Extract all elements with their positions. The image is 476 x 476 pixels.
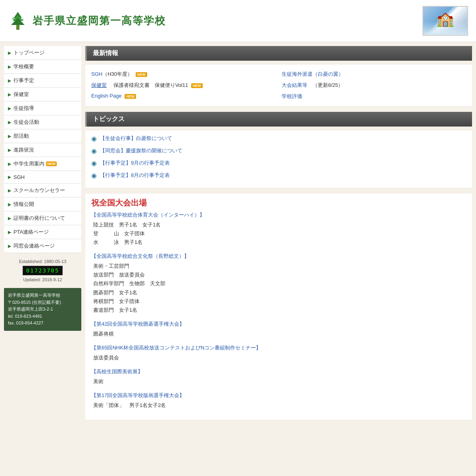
- news-right-col: 生徒海外派遣（白菱の翼） 大会結果等 （更新8/25） 学校評価: [282, 69, 466, 102]
- sidebar-item-schedule[interactable]: ▶行事予定: [4, 74, 81, 88]
- competition-detail-nhk: 放送委員会: [91, 353, 466, 362]
- sidebar-label-pta: PTA連絡ページ: [13, 228, 49, 236]
- sgh-link[interactable]: SGH: [91, 71, 102, 77]
- address-city: 岩手県盛岡市上田3-2-1: [8, 306, 77, 313]
- sidebar-label-counselor: スクールカウンセラー: [13, 187, 65, 194]
- news-english: English Page NEW: [91, 91, 276, 101]
- sidebar-item-certificate[interactable]: ▶証明書の発行について: [4, 211, 81, 225]
- sgh-new-badge: NEW: [136, 72, 147, 77]
- main-layout: ▶トップページ▶学校概要▶行事予定▶保健室▶生徒指導▶生徒会活動▶部活動▶進路状…: [0, 42, 476, 424]
- sidebar-label-activities: 生徒会活動: [13, 119, 39, 126]
- sidebar-label-alumni: 同窓会連絡ページ: [13, 242, 55, 250]
- sidebar-label-infirmary: 保健室: [13, 91, 29, 98]
- address-tel: tel. 019-623-4491: [8, 313, 77, 320]
- svg-point-4: [12, 17, 15, 20]
- topic-item-topic2: ◉【同窓会】慶援旗祭の開催について: [91, 145, 466, 157]
- news-left-col: SGH（H30年度） NEW 保健室 保護者様宛文書 保健便りVol11 NEW…: [91, 69, 276, 102]
- sidebar-label-certificate: 証明書の発行について: [13, 215, 65, 222]
- sidebar-label-sgh: SGH: [13, 174, 25, 180]
- sidebar-info: Established: 1880-05-13 01723705 Updated…: [4, 259, 81, 282]
- sidebar-label-career: 進路状況: [13, 146, 34, 154]
- topic-link-topic4[interactable]: 【行事予定】8月の行事予定表: [100, 172, 170, 179]
- main-content: 最新情報 SGH（H30年度） NEW 保健室 保護者様宛文書 保健便りVol1…: [85, 46, 472, 420]
- sidebar-item-junior[interactable]: ▶中学生用案内NEW: [4, 157, 81, 171]
- sidebar-arrow-infirmary: ▶: [8, 92, 11, 97]
- national-section: 祝全国大会出場 【全国高等学校総合体育大会（インターハイ）】陸上競技 男子1名 …: [85, 194, 472, 420]
- sidebar-item-counselor[interactable]: ▶スクールカウンセラー: [4, 184, 81, 198]
- address-school: 岩手県立盛岡第一高等学校: [8, 292, 77, 299]
- sidebar-address: 岩手県立盛岡第一高等学校 〒020-8515 (住所記載不要) 岩手県盛岡市上田…: [4, 288, 81, 331]
- sidebar-item-career[interactable]: ▶進路状況: [4, 143, 81, 157]
- news-overseas: 生徒海外派遣（白菱の翼）: [282, 69, 466, 80]
- header-logo: 岩手県立盛岡第一高等学校: [8, 10, 166, 32]
- english-page-link[interactable]: English Page: [91, 93, 122, 99]
- svg-rect-3: [16, 25, 19, 30]
- eval-link[interactable]: 学校評価: [282, 93, 302, 99]
- svg-point-5: [21, 19, 23, 21]
- sidebar-label-info: 情報公開: [13, 201, 34, 208]
- sidebar-label-overview: 学校概要: [13, 63, 34, 70]
- sidebar-item-infirmary[interactable]: ▶保健室: [4, 88, 81, 102]
- topic-bullet-topic4: ◉: [91, 172, 97, 179]
- national-headline: 祝全国大会出場: [91, 198, 466, 208]
- english-new-badge: NEW: [125, 94, 136, 99]
- established-label: Established: 1880-05-13: [4, 259, 81, 264]
- sidebar-arrow-alumni: ▶: [8, 244, 11, 249]
- competition-category-printmaking: 【第17回全国高等学校版画選手権大会】: [91, 392, 466, 399]
- sidebar-arrow-schedule: ▶: [8, 78, 11, 83]
- sidebar-arrow-certificate: ▶: [8, 216, 11, 221]
- sidebar-arrow-guidance: ▶: [8, 106, 11, 111]
- news-sgh: SGH（H30年度） NEW: [91, 69, 276, 80]
- sidebar-arrow-counselor: ▶: [8, 188, 11, 193]
- sidebar-arrow-pta: ▶: [8, 230, 11, 235]
- sidebar-item-clubs[interactable]: ▶部活動: [4, 129, 81, 143]
- topic-bullet-topic2: ◉: [91, 147, 97, 155]
- competition-detail-art: 美術: [91, 377, 466, 386]
- news-eval: 学校評価: [282, 91, 466, 102]
- updated-label: Updated: 2018-9-12: [4, 277, 81, 282]
- topic-link-topic1[interactable]: 【生徒会行事】白菱祭について: [100, 135, 172, 142]
- results-link[interactable]: 大会結果等: [282, 82, 307, 88]
- sidebar-item-top[interactable]: ▶トップページ: [4, 46, 81, 60]
- sidebar-new-junior: NEW: [46, 161, 57, 166]
- competition-detail-interhigh: 陸上競技 男子1名 女子1名登 山 女子団体水 泳 男子1名: [91, 221, 466, 247]
- competition-igo: 【第42回全国高等学校囲碁選手権大会】囲碁将棋: [91, 321, 466, 338]
- topic-item-topic1: ◉【生徒会行事】白菱祭について: [91, 132, 466, 145]
- competition-nhk: 【第65回NHK杯全国高校放送コンテストおよびNコン番組制作セミナー】放送委員会: [91, 344, 466, 362]
- sidebar-label-junior: 中学生用案内: [13, 160, 44, 167]
- sidebar-item-info[interactable]: ▶情報公開: [4, 198, 81, 211]
- sidebar-item-alumni[interactable]: ▶同窓会連絡ページ: [4, 239, 81, 253]
- topic-link-topic2[interactable]: 【同窓会】慶援旗祭の開催について: [100, 147, 182, 154]
- topic-bullet-topic3: ◉: [91, 159, 97, 167]
- infirmary-link[interactable]: 保健室: [91, 82, 107, 88]
- header: 岩手県立盛岡第一高等学校: [0, 0, 476, 42]
- competition-category-igo: 【第42回全国高等学校囲碁選手権大会】: [91, 321, 466, 328]
- topic-link-topic3[interactable]: 【行事予定】9月の行事予定表: [100, 159, 170, 167]
- school-photo: [422, 6, 468, 36]
- sidebar-label-guidance: 生徒指導: [13, 105, 34, 112]
- competition-detail-printmaking: 美術「団体」 男子1名女子2名: [91, 401, 466, 410]
- sidebar-arrow-info: ▶: [8, 202, 11, 207]
- sidebar-label-top: トップページ: [13, 49, 44, 56]
- sidebar-arrow-overview: ▶: [8, 64, 11, 69]
- sidebar-arrow-junior: ▶: [8, 161, 11, 167]
- competition-interhigh: 【全国高等学校総合体育大会（インターハイ）】陸上競技 男子1名 女子1名登 山 …: [91, 211, 466, 247]
- competition-soubunsai: 【全国高等学校総合文化祭（長野総文）】美術・工芸部門放送部門 放送委員会自然科学…: [91, 253, 466, 315]
- school-logo-icon: [8, 10, 28, 32]
- infirmary-new-badge: NEW: [191, 83, 203, 88]
- visit-counter: 01723705: [23, 266, 63, 275]
- sidebar-item-sgh[interactable]: ▶SGH: [4, 171, 81, 184]
- competition-art: 【高校生国際美術展】美術: [91, 368, 466, 386]
- address-fax: fax. 019-654-4227: [8, 320, 77, 327]
- sidebar-item-guidance[interactable]: ▶生徒指導: [4, 102, 81, 115]
- sidebar-item-activities[interactable]: ▶生徒会活動: [4, 115, 81, 129]
- competition-category-soubunsai: 【全国高等学校総合文化祭（長野総文）】: [91, 253, 466, 260]
- competition-printmaking: 【第17回全国高等学校版画選手権大会】美術「団体」 男子1名女子2名: [91, 392, 466, 410]
- sidebar-arrow-career: ▶: [8, 148, 11, 153]
- overseas-link[interactable]: 生徒海外派遣（白菱の翼）: [282, 71, 344, 77]
- sidebar-item-overview[interactable]: ▶学校概要: [4, 60, 81, 74]
- sidebar-arrow-sgh: ▶: [8, 175, 11, 180]
- sidebar-arrow-top: ▶: [8, 50, 11, 56]
- sidebar-nav: ▶トップページ▶学校概要▶行事予定▶保健室▶生徒指導▶生徒会活動▶部活動▶進路状…: [4, 46, 81, 253]
- sidebar-item-pta[interactable]: ▶PTA連絡ページ: [4, 225, 81, 239]
